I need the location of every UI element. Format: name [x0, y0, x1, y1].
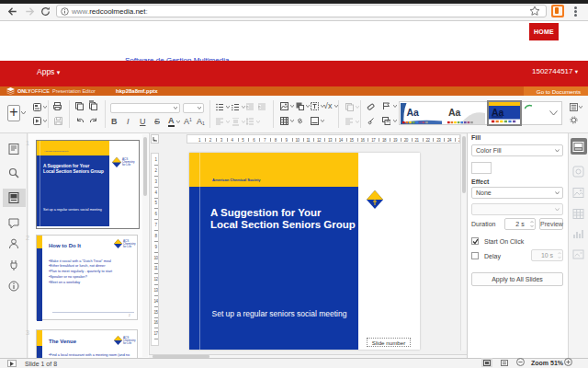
- svg-text:Aa: Aa: [492, 107, 504, 118]
- svg-text:Aa: Aa: [448, 107, 461, 118]
- svg-text:Aa: Aa: [407, 107, 420, 118]
